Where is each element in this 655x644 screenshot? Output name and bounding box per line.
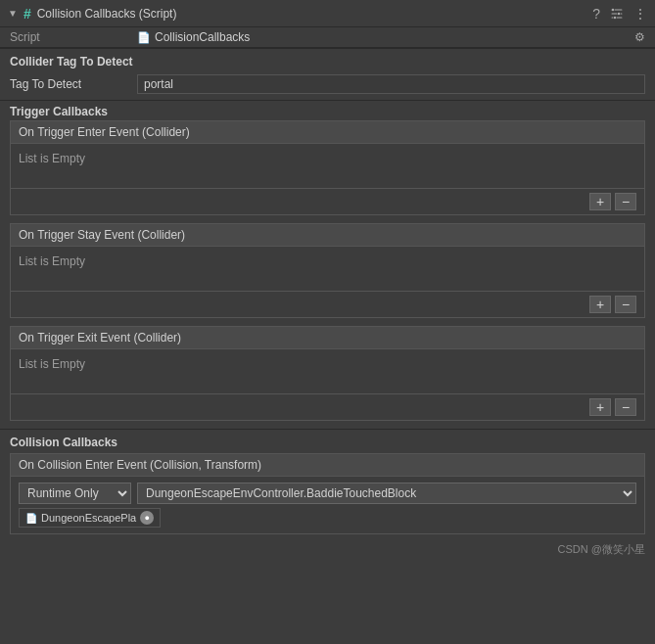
trigger-exit-header: On Trigger Exit Event (Collider) [11,327,644,349]
tag-detect-row: Tag To Detect [10,72,645,100]
trigger-stay-block: On Trigger Stay Event (Collider) List is… [10,223,645,318]
trigger-enter-empty-label: List is Empty [19,152,85,165]
trigger-stay-footer: + − [11,291,644,317]
svg-rect-2 [612,9,613,10]
collision-controls-row: Runtime Only Off Editor Only Editor And … [19,483,636,504]
hash-icon: # [23,6,31,22]
trigger-enter-block: On Trigger Enter Event (Collider) List i… [10,120,645,215]
svg-rect-8 [612,17,614,18]
tag-detect-input[interactable] [137,74,645,94]
trigger-exit-add-button[interactable]: + [589,398,611,416]
trigger-exit-footer: + − [11,393,644,420]
object-selector-dot[interactable]: ● [140,511,154,525]
script-settings-icon[interactable]: ⚙ [634,30,645,44]
trigger-enter-footer: + − [11,188,644,214]
script-label: Script [10,30,137,44]
collider-tag-title: Collider Tag To Detect [10,55,645,69]
trigger-stay-remove-button[interactable]: − [615,296,636,313]
runtime-select[interactable]: Runtime Only Off Editor Only Editor And … [19,483,131,504]
trigger-stay-add-button[interactable]: + [589,296,611,313]
svg-rect-4 [612,13,618,14]
object-file-icon: 📄 [25,513,37,524]
trigger-exit-block: On Trigger Exit Event (Collider) List is… [10,326,645,421]
object-name: DungeonEscapePla [41,512,136,524]
title-bar: ▼ # Collision Callbacks (Script) ? ⋮ [0,0,655,27]
collapse-arrow-icon[interactable]: ▼ [8,8,18,19]
collider-tag-section: Collider Tag To Detect Tag To Detect [0,49,655,100]
trigger-enter-header: On Trigger Enter Event (Collider) [11,121,644,144]
trigger-enter-add-button[interactable]: + [589,193,611,210]
object-pill: 📄 DungeonEscapePla ● [19,508,161,528]
svg-rect-5 [621,13,623,14]
svg-rect-7 [617,17,623,18]
trigger-stay-body: List is Empty [11,247,644,291]
watermark: CSDN @微笑小星 [0,538,655,561]
trigger-callbacks-title: Trigger Callbacks [0,101,655,120]
collision-enter-header: On Collision Enter Event (Collision, Tra… [11,454,644,477]
trigger-enter-body: List is Empty [11,144,644,188]
script-row: Script 📄 CollisionCallbacks ⚙ [0,27,655,48]
collision-enter-body: Runtime Only Off Editor Only Editor And … [11,477,644,533]
script-filename: CollisionCallbacks [155,30,250,44]
object-row: 📄 DungeonEscapePla ● [19,508,636,528]
svg-point-6 [614,16,616,18]
method-select[interactable]: DungeonEscapeEnvController.BaddieTouched… [137,483,636,504]
trigger-exit-remove-button[interactable]: − [615,398,636,416]
trigger-exit-body: List is Empty [11,349,644,393]
collision-enter-block: On Collision Enter Event (Collision, Tra… [10,453,645,534]
trigger-exit-empty-label: List is Empty [19,357,85,371]
watermark-text: CSDN @微笑小星 [558,543,645,555]
menu-icon[interactable]: ⋮ [633,7,647,21]
trigger-enter-remove-button[interactable]: − [615,193,636,210]
trigger-stay-empty-label: List is Empty [19,254,85,268]
script-value-container: 📄 CollisionCallbacks [137,30,634,44]
svg-point-3 [618,12,620,14]
collision-callbacks-section: Collision Callbacks On Collision Enter E… [0,430,655,534]
script-file-icon: 📄 [137,31,151,44]
window-title: Collision Callbacks (Script) [37,7,177,21]
tag-detect-label: Tag To Detect [10,77,137,91]
help-icon[interactable]: ? [592,7,600,21]
trigger-stay-header: On Trigger Stay Event (Collider) [11,224,644,247]
svg-rect-1 [615,9,623,10]
collision-callbacks-title: Collision Callbacks [10,436,645,449]
settings-icon[interactable] [610,6,624,22]
